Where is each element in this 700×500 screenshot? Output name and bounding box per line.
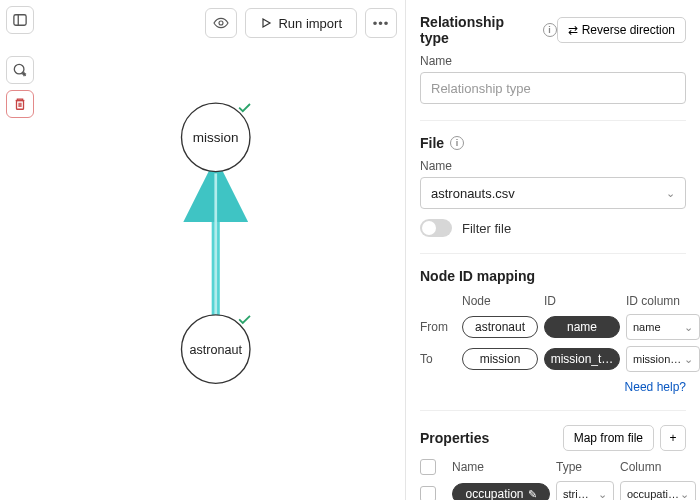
add-node-button[interactable] [6,56,34,84]
graph-canvas[interactable]: Run import ••• mission astronaut [40,0,405,500]
info-icon[interactable]: i [450,136,464,150]
svg-point-2 [14,64,24,74]
svg-text:astronaut: astronaut [189,343,242,357]
graph-node-astronaut[interactable]: astronaut [181,315,249,383]
property-type-select[interactable]: stri…⌄ [556,481,614,500]
property-name-pill[interactable]: occupation ✎ [452,483,550,500]
pencil-icon: ✎ [528,488,537,501]
graph-svg: mission astronaut [40,0,405,500]
need-help-link[interactable]: Need help? [625,380,686,394]
add-property-button[interactable]: + [660,425,686,451]
from-label: From [420,320,456,334]
chevron-down-icon: ⌄ [680,488,689,501]
plus-icon: + [669,431,676,445]
filter-file-label: Filter file [462,221,511,236]
more-menu-button[interactable]: ••• [365,8,397,38]
from-node-pill[interactable]: astronaut [462,316,538,338]
play-icon [260,17,272,29]
eye-icon [213,15,229,31]
to-node-pill[interactable]: mission [462,348,538,370]
file-name-label: Name [420,159,686,173]
property-checkbox[interactable] [420,486,436,500]
run-import-button[interactable]: Run import [245,8,357,38]
property-row: occupation ✎ stri…⌄ occupation⌄ [420,481,686,500]
filter-file-toggle[interactable] [420,219,452,237]
to-label: To [420,352,456,366]
col-id-header: ID [544,294,620,308]
right-inspector-panel: Relationship type i ⇄ Reverse direction … [405,0,700,500]
relationship-name-input[interactable] [420,72,686,104]
from-idcolumn-select[interactable]: name⌄ [626,314,700,340]
run-import-label: Run import [278,16,342,31]
file-select[interactable]: astronauts.csv ⌄ [420,177,686,209]
svg-rect-6 [17,101,24,110]
panel-layout-icon [13,13,27,27]
col-node-header: Node [462,294,538,308]
svg-rect-0 [14,15,26,26]
add-node-icon [13,63,27,77]
relationship-type-heading: Relationship type [420,14,537,46]
file-heading: File [420,135,444,151]
property-column-select[interactable]: occupation⌄ [620,481,696,500]
chevron-down-icon: ⌄ [598,488,607,501]
from-id-pill[interactable]: name [544,316,620,338]
col-idcolumn-header: ID column [626,294,700,308]
svg-point-9 [219,21,223,25]
reverse-direction-button[interactable]: ⇄ Reverse direction [557,17,686,43]
to-id-pill[interactable]: mission_t… [544,348,620,370]
panel-toggle-button[interactable] [6,6,34,34]
svg-marker-10 [263,19,270,27]
swap-icon: ⇄ [568,23,578,37]
rel-name-label: Name [420,54,686,68]
chevron-down-icon: ⌄ [684,353,693,366]
info-icon[interactable]: i [543,23,557,37]
chevron-down-icon: ⌄ [666,187,675,200]
delete-button[interactable] [6,90,34,118]
ellipsis-icon: ••• [373,16,390,31]
to-idcolumn-select[interactable]: mission_title⌄ [626,346,700,372]
chevron-down-icon: ⌄ [684,321,693,334]
select-all-checkbox[interactable] [420,459,436,475]
graph-node-mission[interactable]: mission [181,103,249,171]
svg-text:mission: mission [193,130,239,145]
properties-heading: Properties [420,430,489,446]
map-from-file-button[interactable]: Map from file [563,425,654,451]
node-id-mapping-heading: Node ID mapping [420,268,686,284]
preview-button[interactable] [205,8,237,38]
trash-icon [13,97,27,111]
